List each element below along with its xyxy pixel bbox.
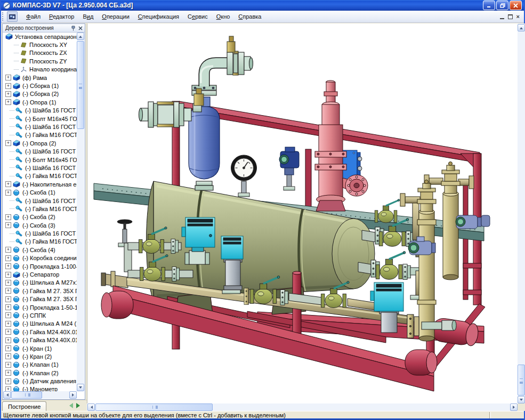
expand-toggle[interactable]: + (5, 386, 11, 391)
tree-item[interactable]: +(-) Клапан (1) (3, 361, 77, 369)
tree-vertical-scrollbar[interactable] (77, 33, 84, 391)
expand-toggle[interactable]: + (5, 214, 11, 220)
relief-valve-top[interactable] (227, 36, 253, 75)
viewport-hscroll-thumb[interactable] (95, 403, 213, 411)
menu-editor[interactable]: Редактор (45, 12, 78, 21)
tree-item[interactable]: +(-) Опора (1) (3, 98, 77, 106)
tree-item[interactable]: +(-) Кран (2) (3, 352, 77, 360)
tree-item[interactable]: +(-) Сепаратор (3, 270, 77, 278)
tree-item[interactable]: (-) Шайба 16 ГОСТ 11371 (3, 197, 77, 205)
expand-toggle[interactable]: + (5, 362, 11, 368)
scroll-left-icon[interactable] (5, 393, 9, 397)
expand-toggle[interactable]: + (5, 190, 11, 196)
scroll-up-icon[interactable] (520, 26, 523, 29)
tree-item[interactable]: +(-) Скоба (3) (3, 221, 77, 229)
tree-item[interactable]: +(-) Гайка М24.40Х.019 (1) (3, 328, 77, 336)
panel-close-icon[interactable] (77, 25, 84, 31)
expand-toggle[interactable]: + (5, 263, 11, 269)
tree-hscroll-thumb[interactable] (11, 391, 42, 399)
viewport-vertical-scrollbar[interactable] (518, 23, 525, 403)
expand-toggle[interactable]: + (5, 353, 11, 359)
tree-item[interactable]: +(-) Скоба (1) (3, 188, 77, 196)
pin-icon[interactable] (70, 25, 77, 31)
expand-toggle[interactable]: + (5, 181, 11, 187)
expand-toggle[interactable]: + (5, 288, 11, 294)
expand-toggle[interactable]: + (5, 75, 11, 80)
tree-item[interactable]: (-) Шайба 16 ГОСТ 11371 (3, 107, 77, 115)
mdi-close-icon[interactable]: × (516, 14, 520, 19)
expand-toggle[interactable]: + (5, 321, 11, 327)
tree-item[interactable]: (-) Гайка М16 ГОСТ 5927- (3, 131, 77, 139)
expand-toggle[interactable]: + (5, 222, 11, 228)
tree-item[interactable]: Плоскость ZY (3, 57, 77, 65)
tree-item[interactable]: +(-) Скоба (2) (3, 213, 77, 221)
expand-toggle[interactable]: + (5, 140, 11, 146)
tree-item[interactable]: +(-) Сборка (1) (3, 82, 77, 90)
sppk-column[interactable] (315, 80, 368, 211)
tree-item[interactable]: +(-) Гайка М24.40Х.019 (2) (3, 336, 77, 344)
tree-horizontal-scrollbar[interactable] (3, 391, 77, 399)
menu-file[interactable]: Файл (22, 12, 45, 21)
expand-toggle[interactable]: + (5, 280, 11, 286)
menu-service[interactable]: Сервис (183, 12, 212, 21)
expand-toggle[interactable]: + (5, 337, 11, 343)
scroll-right-icon[interactable] (72, 393, 76, 397)
scroll-down-icon[interactable] (520, 399, 523, 402)
tree-item[interactable]: (-) Болт М16х45 ГОСТ 15 (3, 115, 77, 123)
restore-button[interactable] (496, 1, 508, 10)
tree-item[interactable]: +(-) Сборка (2) (3, 90, 77, 98)
tree-item[interactable]: (-) Шайба 16 ГОСТ 11371 (3, 123, 77, 131)
tree-item[interactable]: Плоскость XY (3, 41, 77, 49)
expand-toggle[interactable]: + (5, 345, 11, 351)
toolbar-grip[interactable] (2, 12, 5, 21)
tree-item[interactable]: (-) Гайка М16 ГОСТ 5927- (3, 172, 77, 180)
scroll-left-icon[interactable] (89, 406, 93, 409)
scroll-up-icon[interactable] (79, 34, 82, 38)
expand-toggle[interactable]: + (5, 247, 11, 253)
minimize-button[interactable] (483, 1, 495, 10)
tree-item[interactable]: +(-) Опора (2) (3, 139, 77, 147)
tree-item[interactable]: +(-) Прокладка 1-50-160-0 (3, 303, 77, 311)
scroll-down-icon[interactable] (79, 386, 82, 390)
tree-item[interactable]: +(-) Накопительная емкос (3, 180, 77, 188)
menu-operations[interactable]: Операции (98, 12, 133, 21)
tree-item[interactable]: +(-) Шпилька А М24 (1) (3, 320, 77, 328)
expand-toggle[interactable]: + (5, 304, 11, 310)
tree-item[interactable]: (-) Шайба 16 ГОСТ 11371 (3, 147, 77, 155)
mdi-restore-icon[interactable] (508, 14, 513, 19)
menu-help[interactable]: Справка (234, 12, 265, 21)
tree-item[interactable]: +(-) Шпилька А М27х150.4 (3, 279, 77, 287)
scene-tool-icon[interactable] (7, 11, 18, 22)
expand-toggle[interactable]: + (5, 312, 11, 318)
tree-item[interactable]: +(ф) Рама (3, 74, 77, 82)
tree-scroll-thumb[interactable] (77, 41, 84, 129)
tree-item[interactable]: +(-) Гайка М 27. 35Х ГОСТ (3, 287, 77, 295)
tree-item[interactable]: +(-) Гайка М 27. 35Х ГОСТ (3, 295, 77, 303)
menu-window[interactable]: Окно (212, 12, 235, 21)
expand-toggle[interactable]: + (5, 378, 11, 384)
expand-toggle[interactable]: + (5, 91, 11, 97)
tree-item[interactable]: (-) Гайка М16 ГОСТ 5927- (3, 205, 77, 213)
mdi-minimize-icon[interactable] (500, 14, 504, 19)
tree-item[interactable]: (-) Гайка М16 ГОСТ 5927- (3, 238, 77, 246)
tree-item[interactable]: +(-) Манометр (3, 385, 77, 391)
menu-specification[interactable]: Спецификация (134, 12, 183, 21)
tree-item[interactable]: (-) Болт М16х45 ГОСТ 15 (3, 156, 77, 164)
tree-item[interactable]: +(-) Клапан (2) (3, 369, 77, 377)
close-button[interactable] (510, 1, 522, 10)
expand-toggle[interactable]: + (5, 255, 11, 261)
pressure-sensor[interactable] (279, 147, 299, 190)
tree-item[interactable]: (-) Шайба 16 ГОСТ 11371 (3, 164, 77, 172)
tree-item[interactable]: +(-) Скоба (4) (3, 246, 77, 254)
transmitter-2[interactable] (456, 215, 490, 229)
expand-toggle[interactable]: + (5, 329, 11, 335)
tree-item[interactable]: Начало координат (3, 66, 77, 74)
viewport-vscroll-thumb[interactable] (518, 365, 525, 395)
expand-toggle[interactable]: + (5, 370, 11, 376)
tree-item[interactable]: Плоскость ZX (3, 49, 77, 57)
viewport-3d[interactable] (87, 23, 518, 403)
tree-item[interactable]: +(-) Прокладка 1-100-160 (3, 262, 77, 270)
tree-item[interactable]: Установка сепарационная бл (3, 33, 77, 41)
tree-item[interactable]: +(-) Датчик давления МЕТ (3, 377, 77, 385)
menu-view[interactable]: Вид (78, 12, 98, 21)
